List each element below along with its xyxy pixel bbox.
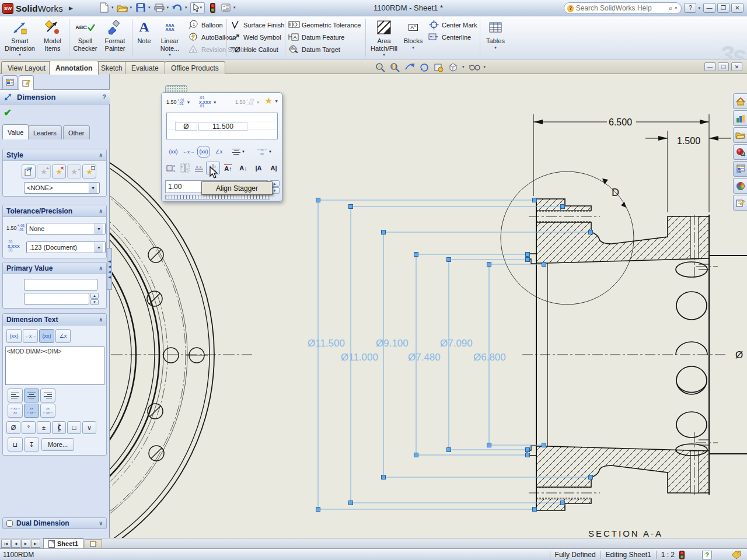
note-button[interactable]: A Note <box>134 19 154 45</box>
open-caret[interactable]: ▾ <box>130 5 132 10</box>
center-mark-button[interactable]: Center Mark <box>428 20 477 30</box>
dual-dimension-group[interactable]: Dual Dimension ∨ <box>2 517 107 529</box>
options-caret[interactable]: ▾ <box>233 5 236 10</box>
undo-caret[interactable]: ▾ <box>185 5 187 10</box>
dimtext-parentheses-button[interactable]: (xx) <box>6 329 22 343</box>
tab-sketch[interactable]: Sketch <box>95 61 129 74</box>
pm-help-icon[interactable]: ? <box>102 93 106 100</box>
dimension-text-area[interactable]: <MOD-DIAM><DIM> <box>5 346 104 385</box>
help-caret[interactable]: ▾ <box>698 6 700 13</box>
dimension-value-field[interactable] <box>24 293 89 304</box>
traffic-light-icon[interactable] <box>207 2 218 13</box>
zoom-fit-icon[interactable] <box>375 62 386 72</box>
collapse-chevron-icon[interactable]: ∧ <box>99 317 103 323</box>
restore-button[interactable]: ❐ <box>717 3 729 13</box>
doc-restore-button[interactable]: ❐ <box>718 62 729 71</box>
next-sheet-button[interactable]: ▶ <box>21 540 30 548</box>
dim-1500-text[interactable]: 1.500 <box>677 136 700 146</box>
design-library-tab[interactable] <box>733 110 747 126</box>
rotate-view-icon[interactable] <box>418 62 430 72</box>
tab-office-products[interactable]: Office Products <box>165 61 225 74</box>
detail-label[interactable]: D <box>612 187 619 198</box>
search-tab[interactable] <box>733 144 747 160</box>
symbol-degree-button[interactable]: ° <box>22 421 36 434</box>
counterbore-button[interactable]: ⊔ <box>8 438 23 452</box>
text-position-center-button[interactable]: xx←xx→ <box>24 404 39 418</box>
tables-button[interactable]: Tables▾ <box>482 19 509 50</box>
justify-left-button[interactable] <box>8 388 23 402</box>
dim-label[interactable]: Ø11.500 <box>308 338 345 349</box>
pan-icon[interactable] <box>404 62 415 72</box>
palette-inspection-button[interactable]: (xx) <box>197 145 211 158</box>
print-button[interactable] <box>153 2 165 13</box>
model-items-button[interactable]: Model Items <box>39 19 67 52</box>
dimtext-angle-button[interactable]: ∠x <box>55 329 71 343</box>
text-position-left-button[interactable]: ←xx→xx <box>8 404 23 418</box>
palette-style-button[interactable]: ★▼ <box>264 95 278 107</box>
view-settings-icon[interactable] <box>433 62 444 72</box>
text-below-button[interactable]: A↓ <box>236 162 250 174</box>
style-select[interactable]: <NONE>▼ <box>24 182 100 194</box>
open-button[interactable] <box>117 2 128 13</box>
last-sheet-button[interactable]: ▶| <box>31 540 40 548</box>
depth-button[interactable]: ↧ <box>24 438 39 452</box>
help-search[interactable]: ? ⌕ ▾ <box>564 2 682 14</box>
palette-justify-button[interactable]: ▼ <box>232 145 246 158</box>
visibility-glasses-icon[interactable] <box>469 62 480 72</box>
datum-feature-button[interactable]: ADatum Feature <box>288 32 361 43</box>
collapse-chevron-icon[interactable]: ∧ <box>99 152 103 158</box>
palette-parentheses-button[interactable]: (xx) <box>166 145 180 158</box>
dim-label[interactable]: Ø9.100 <box>376 338 409 349</box>
new-caret[interactable]: ▾ <box>111 5 114 10</box>
close-button[interactable]: ✕ <box>731 3 743 13</box>
text-above-button[interactable]: A↑ <box>221 162 235 174</box>
options-button[interactable] <box>220 2 232 13</box>
text-position-right-button[interactable]: xx←xx→ <box>40 404 55 418</box>
surface-finish-button[interactable]: Surface Finish <box>230 20 284 30</box>
text-left-button[interactable]: |A <box>252 162 266 174</box>
collapse-chevron-icon[interactable]: ∧ <box>99 208 103 214</box>
custom-properties-tab[interactable] <box>733 195 747 211</box>
palette-tolerance-button[interactable]: 1.50+.01-.01▼ <box>166 96 190 108</box>
first-sheet-button[interactable]: |◀ <box>1 540 11 548</box>
palette-precision-button[interactable]: .01X.XXX.01▼ <box>199 96 217 108</box>
collapse-chevron-icon[interactable]: ∧ <box>99 265 103 271</box>
feature-manager-tab[interactable] <box>2 75 18 89</box>
dimension-name-field[interactable] <box>24 279 97 290</box>
search-caret[interactable]: ▾ <box>675 6 677 10</box>
zoom-area-icon[interactable] <box>389 62 400 72</box>
pm-tab-leaders[interactable]: Leaders <box>28 125 62 139</box>
symbol-plusminus-button[interactable]: ± <box>37 421 51 434</box>
blocks-button[interactable]: A° Blocks▾ <box>402 19 425 50</box>
tag-icon[interactable] <box>731 551 741 559</box>
dimtext-offset-button[interactable]: ←x→ <box>23 329 38 343</box>
linear-note-button[interactable]: AAAAAA Linear Note...▾ <box>155 19 184 57</box>
primary-value-header[interactable]: Primary Value∧ <box>3 262 106 274</box>
save-button[interactable] <box>135 2 146 13</box>
palette-text-position-button[interactable]: ←xx→xx▼ <box>255 145 274 158</box>
dim-partial-text[interactable]: Ø <box>735 349 743 360</box>
dimension-text-header[interactable]: Dimension Text∧ <box>3 314 106 326</box>
palette-angle-button[interactable]: ∠x <box>212 145 226 158</box>
resources-home-tab[interactable] <box>733 93 747 109</box>
new-document-button[interactable] <box>98 2 110 13</box>
prefix-cell[interactable]: Ø <box>175 122 197 131</box>
print-caret[interactable]: ▾ <box>167 5 169 10</box>
appearances-tab[interactable] <box>733 178 747 194</box>
witness-gap-button[interactable]: xx <box>164 162 178 174</box>
menu-flyout-arrow[interactable]: ▶ <box>69 5 73 11</box>
select-tool-button[interactable]: ▾ <box>190 2 205 13</box>
dimension-palette[interactable]: 1.50+.01-.01▼ .01X.XXX.01▼ 1.50+.XX-.XX▼… <box>161 85 282 202</box>
pm-tab-other[interactable]: Other <box>63 125 90 139</box>
format-painter-button[interactable]: Format Painter <box>100 19 130 52</box>
select-caret[interactable]: ▾ <box>200 5 203 10</box>
help-button[interactable]: ? <box>684 3 696 13</box>
dim-label[interactable]: Ø7.480 <box>408 352 441 363</box>
tolerance-select[interactable]: None▼ <box>26 223 106 235</box>
file-explorer-tab[interactable] <box>733 127 747 143</box>
search-input[interactable] <box>576 4 666 12</box>
geometric-tolerance-button[interactable]: Geometric Tolerance <box>288 20 361 30</box>
tab-evaluate[interactable]: Evaluate <box>125 61 165 74</box>
spell-checker-button[interactable]: ABC Spell Checker <box>71 19 99 52</box>
pm-flyout-handle[interactable]: ◀◀◀◀ <box>107 248 112 290</box>
